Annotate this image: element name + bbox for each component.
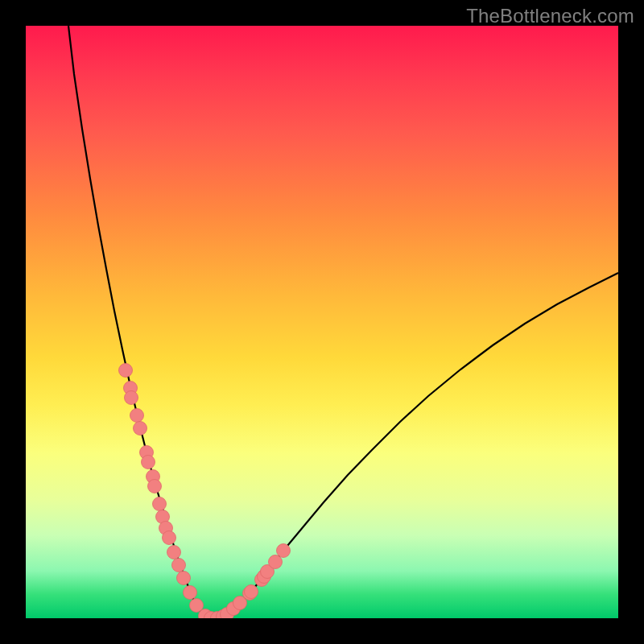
data-marker xyxy=(277,544,291,558)
data-marker xyxy=(130,409,144,423)
data-marker xyxy=(153,497,167,511)
data-marker xyxy=(125,391,138,405)
data-marker xyxy=(269,555,283,569)
marker-group xyxy=(119,364,291,619)
plot-area xyxy=(26,26,618,618)
curve-layer xyxy=(26,26,618,618)
data-marker xyxy=(119,364,133,378)
data-marker xyxy=(134,422,147,436)
v-curve-path xyxy=(68,26,618,618)
data-marker xyxy=(177,572,191,585)
data-marker xyxy=(142,456,155,469)
data-marker xyxy=(184,586,197,600)
data-marker xyxy=(163,531,176,545)
watermark-text: TheBottleneck.com xyxy=(466,5,634,27)
data-marker xyxy=(148,480,162,493)
data-marker xyxy=(167,546,181,559)
data-marker xyxy=(172,559,186,572)
data-marker xyxy=(245,585,258,599)
chart-frame: TheBottleneck.com xyxy=(0,0,644,644)
